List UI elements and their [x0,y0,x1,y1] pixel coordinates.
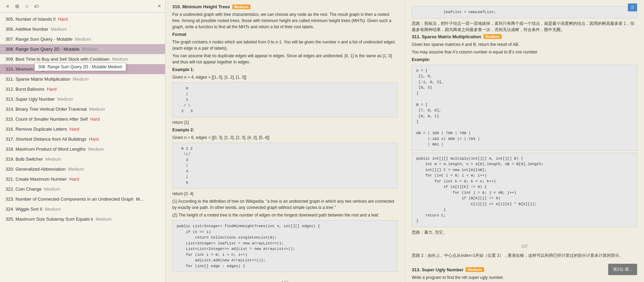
sidebar-item-324[interactable]: 324. Wiggle Sort II Medium [0,204,165,214]
tooltip: 308. Range Sum Query 2D - Mutable Medium [34,63,126,71]
problem-311-analysis-pre: 思路：剪枝法，把叶子结点一层一层地抹掉，直到只有两个或一个结点，就是最小深度树的… [412,20,637,33]
sidebar-item-label-324: 324. Wiggle Sort II Medium [6,207,61,212]
sidebar-item-315[interactable]: 315. Count of Smaller Numbers After Self… [0,114,165,124]
badge-311: Medium [483,34,502,39]
sidebar-header: ≡ ⊞ ☆ 🏷 × [0,0,165,13]
problem-311-example-title: Example: [412,57,637,63]
sidebar-item-317[interactable]: 317. Shortest Distance from All Building… [0,134,165,144]
problem-310-note2-2: (2) The height of a rooted tree is the n… [172,212,398,218]
problem-312-analysis-text: 思路 2：由向上、中心点从index=1开始（位置 2），逐渐右移，这样可以利用… [412,252,637,259]
problem-310-ex2-title: Example 2: [172,127,398,133]
left-page-number: 196 [172,280,398,282]
sidebar-item-label-312: 312. Burst Balloons Hard [6,87,57,92]
problem-310-desc: For a undirected graph with tree charact… [172,11,398,30]
right-page-number: 197 [412,244,637,249]
sidebar-item-314[interactable]: 314. Binary Tree Vertical Order Traversa… [0,104,165,114]
problem-313-title: 313. Super Ugly Number Medium [412,267,637,272]
badge-310: Medium [232,4,251,9]
sidebar-item-306[interactable]: 306. Additive Number Medium [0,24,165,34]
sidebar-item-311[interactable]: 311. Sparse Matrix Multiplication Medium [0,74,165,84]
top-right-button[interactable]: 汪 [628,3,637,11]
content-right: leafList = newLeafList; 思路：剪枝法，把叶子结点一层一层… [405,0,644,282]
problem-311-code-pre: leafList = newLeafList; [412,6,637,18]
sidebar-item-313[interactable]: 313. Super Ugly Number Medium [0,94,165,104]
problem-310-ex1-input: Given n = 4, edges = [[1, 0], [1, 2], [1… [172,74,398,80]
tab-icon-tag[interactable]: 🏷 [33,3,40,10]
problem-313-desc: Write a program to find the nth super ug… [412,274,637,281]
problem-310-note: You can assume that no duplicate edges w… [172,53,398,65]
sidebar-item-320[interactable]: 320. Generalized Abbreviation Medium [0,164,165,174]
problem-311-desc: Given two sparse matrices A and B, retur… [412,41,637,48]
problem-313: 313. Super Ugly Number Medium Write a pr… [412,267,637,282]
problem-311-code: public int[][] multiply(int[][] A, int[]… [412,153,637,227]
problem-311-matrices: A = [ [1, 0, [-1, 0, 3], [0, 3] ] B = [ … [412,65,637,151]
problem-310-format: The graph contains n nodes which are lab… [172,39,398,51]
problem-310: 310. Minimum Height Trees Medium For a u… [172,4,398,272]
sidebar-item-label-318: 318. Maximum Product of Word Lengths Med… [6,147,104,152]
problem-311: leafList = newLeafList; 思路：剪枝法，把叶子结点一层一层… [412,6,637,236]
main-content: 310. Minimum Height Trees Medium For a u… [165,0,644,282]
problem-310-ex1-title: Example 1: [172,67,398,73]
sidebar-item-label-321: 321. Create Maximum Number Hard [6,177,79,182]
problem-310-tree2: 0 1 2 \|/ 3 | 4 | 5 [172,143,398,189]
problem-312-analysis: 思路 2：由向上、中心点从index=1开始（位置 2），逐渐右移，这样可以利用… [412,252,637,259]
problem-310-return1: return [1] [172,119,398,125]
problem-310-note2-1: (1) According to the definition of tree … [172,198,398,211]
sidebar-item-label-306: 306. Additive Number Medium [6,27,67,32]
tab-icon-star[interactable]: ☆ [23,3,30,10]
sidebar-item-319[interactable]: 319. Bulb Switcher Medium [0,154,165,164]
badge-313: Medium [466,267,484,272]
problem-310-return2: return [3, 4] [172,191,398,197]
problem-310-title: 310. Minimum Height Trees Medium [172,4,398,9]
sidebar-item-label-311: 311. Sparse Matrix Multiplication Medium [6,77,89,82]
sidebar-item-307[interactable]: 307. Range Sum Query - Mutable Medium [0,34,165,44]
sidebar-item-316[interactable]: 316. Remove Duplicate Letters Hard [0,124,165,134]
close-button[interactable]: × [158,3,161,9]
problem-310-tree1: 0 | 1 / \ 2 3 [172,82,398,117]
sidebar-item-label-315: 315. Count of Smaller Numbers After Self… [6,117,100,122]
problem-310-format-title: Format [172,31,398,38]
sidebar-item-305[interactable]: 305. Number of Islands II Hard [0,14,165,24]
sidebar-item-325[interactable]: 325. Maximum Size Subarray Sum Equals k … [0,214,165,224]
sidebar-tabs: ≡ ⊞ ☆ 🏷 [4,3,40,10]
sidebar-item-322[interactable]: 322. Coin Change Medium [0,184,165,194]
sidebar-item-label-319: 319. Bulb Switcher Medium [6,157,61,162]
sidebar-item-321[interactable]: 321. Create Maximum Number Hard [0,174,165,184]
sidebar-item-label-309: 309. Best Time to Buy and Sell Stock wit… [6,57,128,62]
sidebar-item-label-323: 323. Number of Connected Components in a… [6,197,143,202]
problem-311-analysis: 思路：暴力, 无它。 [412,229,637,236]
sidebar-item-label-317: 317. Shortest Distance from All Building… [6,137,99,142]
problem-310-code: public List<Integer> findMinHeightTrees(… [172,220,398,272]
sidebar-item-label-307: 307. Range Sum Query - Mutable Medium [6,37,91,42]
sidebar-item-label-322: 322. Coin Change Medium [6,187,60,192]
sidebar-item-label-308: 308. Range Sum Query 2D - Mutable Medium [6,47,98,52]
sidebar-item-323[interactable]: 323. Number of Connected Components in a… [0,194,165,204]
sidebar-item-312[interactable]: 312. Burst Balloons Hard [0,84,165,94]
sidebar-item-label-316: 316. Remove Duplicate Letters Hard [6,127,79,132]
problem-310-ex2-input: Given n = 6, edges = [[0, 3], [1, 3], [2… [172,134,398,141]
sidebar-item-label-325: 325. Maximum Size Subarray Sum Equals k … [6,216,112,222]
sidebar-item-label-305: 305. Number of Islands II Hard [6,17,68,22]
sidebar-item-label-313: 313. Super Ugly Number Medium [6,97,73,102]
problem-311-title: 311. Sparse Matrix Multiplication Medium [412,34,637,39]
content-left: 310. Minimum Height Trees Medium For a u… [165,0,405,282]
problem-311-note: You may assume that A's column number is… [412,49,637,55]
sidebar-list[interactable]: 305. Number of Islands II Hard306. Addit… [0,13,165,282]
tab-icon-list[interactable]: ≡ [4,3,11,10]
sidebar-item-318[interactable]: 318. Maximum Product of Word Lengths Med… [0,144,165,154]
sidebar-item-label-320: 320. Generalized Abbreviation Medium [6,167,84,172]
sidebar: ≡ ⊞ ☆ 🏷 × 305. Number of Islands II Hard… [0,0,165,282]
sidebar-item-label-314: 314. Binary Tree Vertical Order Traversa… [6,107,105,112]
bottom-right-button[interactable]: 第2位 请... [608,264,637,275]
sidebar-item-308[interactable]: 308. Range Sum Query 2D - Mutable Medium [0,44,165,54]
tab-icon-tree[interactable]: ⊞ [14,3,21,10]
